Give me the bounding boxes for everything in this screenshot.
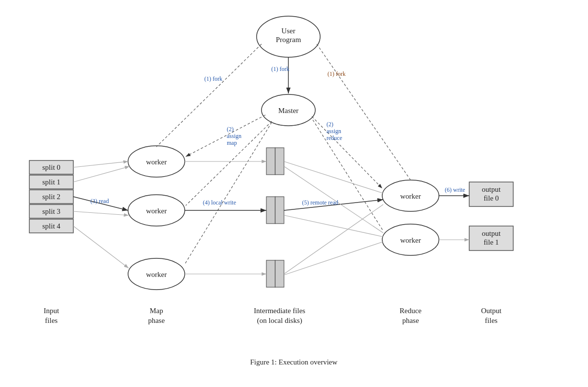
input-files-label2: files (45, 317, 58, 324)
split-0-label: split 0 (42, 163, 60, 171)
user-program-label2: Program (276, 36, 301, 44)
user-program-label: User (282, 27, 295, 35)
split-4-label: split 4 (42, 222, 61, 230)
fork-to-reduce-top-line (317, 44, 411, 180)
fork3-label: (1) fork (327, 70, 346, 77)
fork2-label: (1) fork (271, 66, 289, 72)
buf-bot-to-reduce-top (284, 205, 383, 274)
input-files-label1: Input (44, 307, 59, 315)
buffer-bot-left (266, 260, 275, 287)
intermediate-files-label2: (on local disks) (257, 317, 302, 325)
buffer-bot-right (275, 260, 284, 287)
assign-map-label3: map (227, 139, 237, 146)
assign-map-label2: assign (227, 133, 241, 139)
reduce-phase-label1: Reduce (400, 307, 422, 315)
reduce-worker-top-label: worker (400, 192, 421, 200)
master-to-reduce-bot-line (313, 120, 383, 231)
split3-to-worker-mid (73, 211, 129, 215)
buf-mid-to-reduce-bot (284, 215, 383, 237)
reduce-worker-bot-label: worker (400, 236, 421, 244)
output-file-0-line2: file 0 (483, 194, 499, 202)
assign-reduce-label3: reduce (327, 135, 342, 141)
split-3-label: split 3 (42, 207, 60, 215)
assign-reduce-label2: assign (327, 128, 341, 135)
buf-top-to-reduce-top (284, 161, 383, 193)
output-files-label1: Output (481, 307, 502, 315)
master-to-reduce-top-arrow (312, 116, 382, 188)
diagram-container: split 0 split 1 split 2 split 3 split 4 … (0, 0, 588, 387)
write-label: (6) write (445, 186, 465, 193)
intermediate-files-label1: Intermediate files (254, 307, 305, 315)
buffer-mid-left (266, 197, 275, 224)
map-phase-label1: Map (150, 307, 163, 315)
buffer-top-left (266, 148, 275, 175)
output-file-0-line1: output (482, 185, 501, 193)
remote-read-label: (5) remote read (302, 199, 338, 206)
master-to-worker-top-arrow (186, 115, 265, 157)
reduce-phase-label2: phase (402, 317, 419, 324)
output-file-1-line2: file 1 (483, 238, 499, 246)
worker-mid-label: worker (146, 207, 167, 215)
buffer-mid-right (275, 197, 284, 224)
worker-top-label: worker (146, 158, 167, 166)
split-1-label: split 1 (42, 178, 60, 186)
buf-bot-to-reduce-bot (284, 242, 383, 275)
local-write-label: (4) local write (203, 199, 236, 206)
assign-map-label: (2) (227, 126, 234, 133)
output-file-1-line1: output (482, 229, 501, 237)
read-label: (3) read (90, 198, 109, 205)
map-phase-label2: phase (148, 317, 165, 324)
worker-bot-label: worker (146, 271, 167, 278)
buffer-top-right (275, 148, 284, 175)
split-2-label: split 2 (42, 193, 60, 201)
split0-to-worker-top (73, 161, 128, 167)
split4-to-worker-bot (73, 226, 129, 268)
split1-to-worker-top (73, 166, 130, 182)
figure-caption: Figure 1: Execution overview (250, 358, 338, 366)
assign-reduce-label: (2) (327, 121, 333, 128)
output-files-label2: files (485, 317, 498, 324)
fork-to-worker-top-line (156, 44, 261, 147)
master-label: Master (278, 107, 299, 114)
fork1-label: (1) fork (204, 75, 222, 82)
